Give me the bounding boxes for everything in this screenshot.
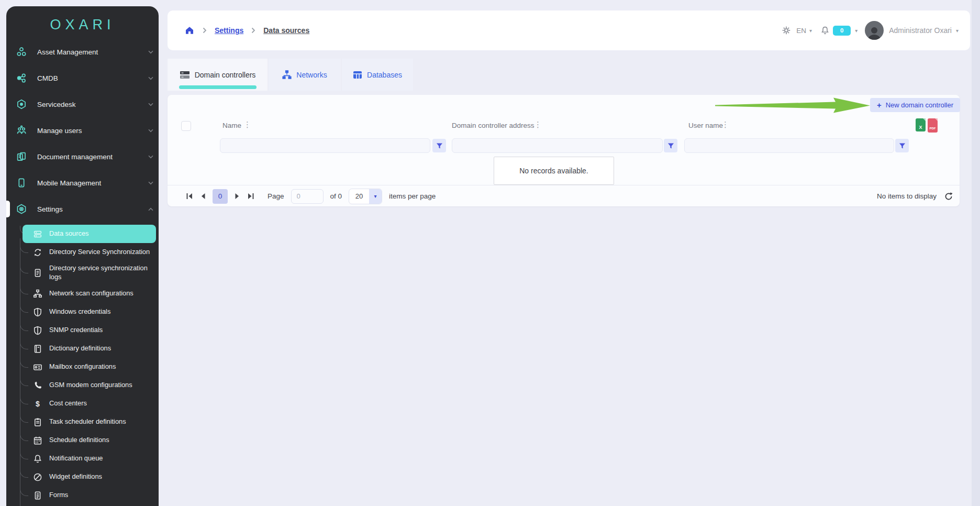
page-size-select[interactable]: 20 ▾ xyxy=(349,189,382,204)
page-scrollbar[interactable] xyxy=(972,0,980,506)
export-pdf-icon[interactable]: PDF xyxy=(928,118,938,133)
filter-input-username[interactable] xyxy=(684,138,894,153)
submenu-item-label: SNMP credentials xyxy=(49,326,155,335)
submenu-item-widget-definitions[interactable]: Widget definitions xyxy=(6,468,159,486)
sidebar-item-manage-users[interactable]: Manage users xyxy=(6,117,159,144)
page-number-input[interactable] xyxy=(291,189,324,204)
form-icon xyxy=(33,491,42,500)
submenu-item-label: Schedule definitions xyxy=(49,436,155,445)
settings-icon xyxy=(16,203,27,215)
column-menu-icon[interactable]: ⋮ xyxy=(534,120,542,129)
submenu-item-dictionary-definitions[interactable]: Dictionary definitions xyxy=(6,339,159,358)
last-page-icon[interactable] xyxy=(247,193,254,200)
select-all-checkbox[interactable] xyxy=(181,121,191,131)
chevron-down-icon[interactable]: ▾ xyxy=(956,28,959,34)
bell-icon[interactable] xyxy=(820,26,830,35)
submenu-item-directory-service-synchronization-logs[interactable]: Directory service synchronization logs xyxy=(6,261,159,284)
submenu-item-label: Directory Service Synchronization xyxy=(49,248,155,257)
plus-icon: + xyxy=(877,101,882,109)
chevron-right-icon xyxy=(251,27,255,34)
submenu-item-label: Windows credentials xyxy=(49,307,155,316)
submenu-item-label: Mailbox configurations xyxy=(49,362,155,371)
page-of-label: of 0 xyxy=(330,192,342,200)
filter-button[interactable] xyxy=(664,139,677,152)
submenu-item-label: Data sources xyxy=(49,229,155,238)
next-page-icon[interactable] xyxy=(235,193,240,200)
chevron-down-icon[interactable]: ▾ xyxy=(855,28,858,34)
submenu-item-mailbox-configurations[interactable]: Mailbox configurations xyxy=(6,358,159,376)
sidebar-item-mobile-management[interactable]: Mobile Management xyxy=(6,170,159,196)
user-area: EN ▾ 0 ▾ Administrator Oxari ▾ xyxy=(782,10,959,50)
cmdb-icon xyxy=(16,72,27,84)
chevron-down-icon xyxy=(148,50,153,54)
breadcrumb-current-data-sources[interactable]: Data sources xyxy=(263,26,309,35)
gear-icon[interactable] xyxy=(782,26,791,35)
chevron-down-icon[interactable]: ▾ xyxy=(809,28,812,34)
sidebar-item-label: Settings xyxy=(37,205,63,213)
table-icon xyxy=(353,71,362,79)
page-label: Page xyxy=(268,192,284,200)
book-icon xyxy=(33,344,42,354)
filter-button[interactable] xyxy=(432,139,446,152)
column-header-name[interactable]: Name xyxy=(222,122,241,129)
chevron-up-icon xyxy=(148,207,153,211)
home-icon[interactable] xyxy=(184,25,195,36)
tab-networks[interactable]: Networks xyxy=(269,59,341,91)
pagination-controls: 0 Page of 0 20 ▾ items per page xyxy=(186,185,436,207)
network-icon xyxy=(33,289,42,299)
sidebar-item-document-management[interactable]: Document management xyxy=(6,144,159,170)
new-domain-controller-button[interactable]: + New domain controller xyxy=(870,98,960,112)
submenu-item-network-scan-configurations[interactable]: Network scan configurations xyxy=(6,284,159,303)
filter-button[interactable] xyxy=(895,139,909,152)
pagination-bar: 0 Page of 0 20 ▾ items per page No items… xyxy=(168,185,960,207)
sidebar-item-asset-management[interactable]: Asset Management xyxy=(6,39,159,65)
tab-label: Databases xyxy=(367,71,402,79)
avatar[interactable] xyxy=(865,21,884,40)
export-excel-icon[interactable]: X xyxy=(916,118,926,131)
previous-page-icon[interactable] xyxy=(200,193,206,200)
submenu-item-snmp-credentials[interactable]: SNMP credentials xyxy=(6,321,159,339)
breadcrumb-settings-link[interactable]: Settings xyxy=(215,26,243,35)
filter-input-name[interactable] xyxy=(220,138,430,153)
submenu-item-directory-service-synchronization[interactable]: Directory Service Synchronization xyxy=(6,243,159,261)
user-name[interactable]: Administrator Oxari xyxy=(889,26,952,35)
submenu-item-label: Dictionary definitions xyxy=(49,344,155,353)
sidebar-item-servicedesk[interactable]: Servicedesk xyxy=(6,91,159,117)
tab-databases[interactable]: Databases xyxy=(342,59,413,91)
first-page-icon[interactable] xyxy=(186,193,193,200)
oxari-logo: OXARI xyxy=(6,17,159,33)
column-header-username[interactable]: User name xyxy=(688,122,723,129)
submenu-item-task-scheduler-definitions[interactable]: Task scheduler definitions xyxy=(6,413,159,431)
submenu-item-schedule-definitions[interactable]: Schedule definitions xyxy=(6,431,159,449)
pagination-status: No items to display xyxy=(877,185,953,207)
sidebar-item-cmdb[interactable]: CMDB xyxy=(6,65,159,91)
submenu-item-cost-centers[interactable]: $Cost centers xyxy=(6,394,159,413)
submenu-item-label: Task scheduler definitions xyxy=(49,417,155,426)
funnel-icon xyxy=(436,142,443,149)
submenu-item-label: Forms xyxy=(49,491,155,500)
notification-count-badge[interactable]: 0 xyxy=(833,26,851,36)
submenu-item-data-sources[interactable]: Data sources xyxy=(23,225,156,243)
column-menu-icon[interactable]: ⋮ xyxy=(721,120,729,129)
column-header-address[interactable]: Domain controller address xyxy=(452,122,534,129)
sidebar-item-settings[interactable]: Settings xyxy=(6,196,159,222)
oxari-app: OXARI Asset ManagementCMDBServicedeskMan… xyxy=(0,0,980,506)
phone-icon xyxy=(33,381,42,390)
language-selector[interactable]: EN xyxy=(796,27,806,35)
top-bar: Settings Data sources EN ▾ xyxy=(168,10,970,50)
submenu-item-forms[interactable]: Forms xyxy=(6,486,159,504)
chevron-down-icon xyxy=(148,155,153,159)
submenu-item-gsm-modem-configurations[interactable]: GSM modem configurations xyxy=(6,376,159,394)
filter-input-address[interactable] xyxy=(452,138,663,153)
empty-state-message: No records available. xyxy=(494,157,614,185)
mailbox-icon xyxy=(33,362,42,372)
current-page-button[interactable]: 0 xyxy=(213,189,228,204)
refresh-icon[interactable] xyxy=(944,192,953,201)
submenu-item-notification-queue[interactable]: Notification queue xyxy=(6,449,159,468)
submenu-item-label: Network scan configurations xyxy=(49,289,155,298)
submenu-item-windows-credentials[interactable]: Windows credentials xyxy=(6,303,159,321)
data-sources-icon xyxy=(33,229,42,239)
funnel-icon xyxy=(667,142,674,149)
column-menu-icon[interactable]: ⋮ xyxy=(243,120,251,129)
widget-icon xyxy=(33,472,42,482)
